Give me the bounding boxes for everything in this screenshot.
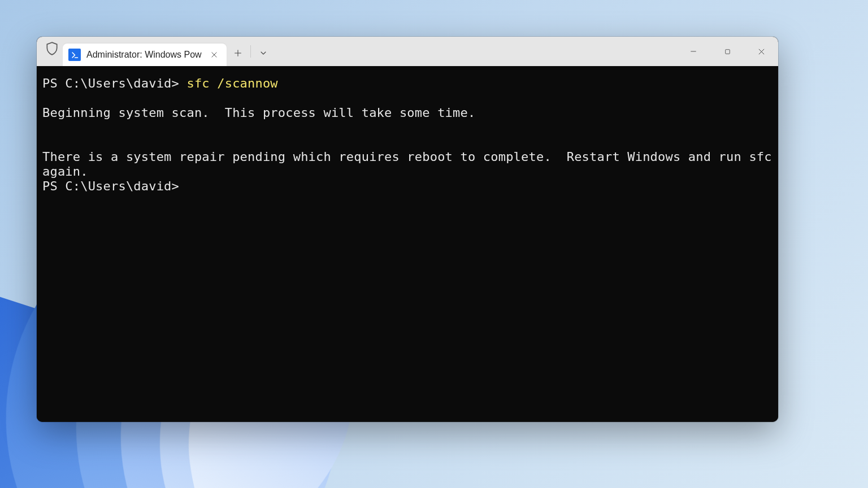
powershell-icon [68,49,81,61]
terminal-pane[interactable]: PS C:\Users\david> sfc /scannow Beginnin… [37,66,778,422]
prompt-line-1: PS C:\Users\david> sfc /scannow [42,76,278,90]
titlebar-divider [250,45,251,58]
titlebar[interactable]: Administrator: Windows Pow [37,37,778,66]
close-button[interactable] [744,37,778,66]
prompt-prefix: PS C:\Users\david> [42,76,186,90]
tab-title: Administrator: Windows Pow [86,50,202,60]
svg-rect-6 [725,49,730,54]
entered-command: sfc /scannow [186,76,277,90]
new-tab-button[interactable] [227,42,249,64]
shield-icon [45,41,59,56]
output-begin-scan: Beginning system scan. This process will… [42,106,475,120]
output-repair-pending: There is a system repair pending which r… [42,150,778,178]
minimize-button[interactable] [676,37,710,66]
tab-powershell[interactable]: Administrator: Windows Pow [63,43,227,66]
window-controls [676,37,778,66]
prompt-line-2: PS C:\Users\david> [42,179,179,193]
tab-dropdown-button[interactable] [252,42,275,64]
windows-terminal-window: Administrator: Windows Pow [37,37,778,422]
desktop-wallpaper: Administrator: Windows Pow [0,0,868,488]
tab-close-button[interactable] [207,48,221,62]
maximize-button[interactable] [710,37,744,66]
